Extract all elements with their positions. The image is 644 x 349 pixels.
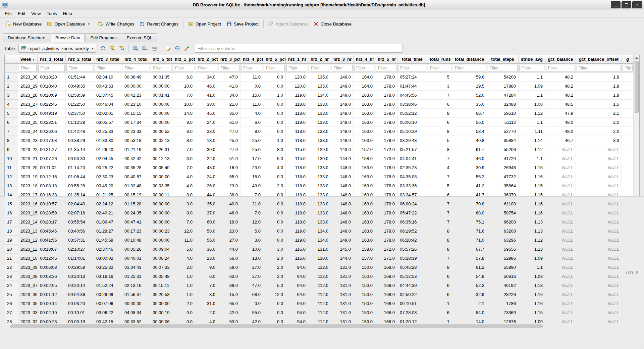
cell[interactable]: 115.0: [286, 145, 308, 154]
cell[interactable]: 01:35:14: [66, 190, 94, 199]
cell[interactable]: 55890: [487, 263, 519, 272]
cell[interactable]: 149.0: [331, 236, 354, 245]
cell[interactable]: 61.0: [218, 118, 240, 127]
cell[interactable]: 11.0: [240, 100, 263, 109]
cell[interactable]: 03:38:46: [397, 100, 427, 109]
cell[interactable]: 0.0: [263, 227, 286, 236]
cell[interactable]: 7: [427, 154, 452, 163]
cell[interactable]: 0.0: [263, 199, 286, 208]
column-header-hrz-3-total[interactable]: hrz_3_total: [94, 55, 122, 64]
cell[interactable]: 2023_27: [18, 100, 38, 109]
cell[interactable]: 1.16: [519, 290, 545, 299]
cell[interactable]: 119.0: [286, 236, 308, 245]
cell[interactable]: 03:40:56: [66, 227, 94, 236]
cell[interactable]: 03:16:16: [94, 272, 122, 281]
cell[interactable]: 2023_08: [18, 272, 38, 281]
cell[interactable]: 48.0: [545, 127, 576, 136]
cell[interactable]: NULL: [576, 181, 622, 190]
filter-any-column-input[interactable]: [195, 44, 403, 53]
cell[interactable]: 48.5: [545, 100, 576, 109]
cell[interactable]: 150.0: [354, 263, 375, 272]
column-header-hrz-4-total[interactable]: hrz_4_total: [122, 55, 150, 64]
cell[interactable]: 163.0: [354, 236, 375, 245]
cell[interactable]: 1.8: [576, 91, 622, 100]
cell[interactable]: 24.0: [195, 118, 218, 127]
column-header-gct-balance-offset[interactable]: gct_balance_offset: [576, 55, 622, 64]
cell[interactable]: 00:55:28: [66, 181, 94, 190]
cell[interactable]: 178.0: [375, 127, 397, 136]
filter-input-gct-balance-offset[interactable]: [577, 65, 621, 71]
cell[interactable]: 150.0: [354, 290, 375, 299]
cell[interactable]: 00:18:20: [38, 72, 66, 82]
cell[interactable]: 150.0: [354, 272, 375, 281]
tab-execute-sql[interactable]: Execute SQL: [122, 33, 157, 42]
cell[interactable]: 00:03:19: [66, 317, 94, 323]
cell[interactable]: 27.0: [218, 236, 240, 245]
cell[interactable]: 04:35:08: [397, 172, 427, 181]
cell[interactable]: 30.0: [195, 145, 218, 154]
cell[interactable]: NULL: [576, 145, 622, 154]
cell[interactable]: 115.0: [286, 154, 308, 163]
cell[interactable]: 112.0: [308, 272, 331, 281]
cell[interactable]: 00:00:00: [150, 217, 172, 227]
cell[interactable]: 41.2: [452, 181, 487, 190]
cell[interactable]: 1.16: [519, 199, 545, 208]
filter-input-hrz-4-total[interactable]: [123, 65, 149, 71]
cell[interactable]: 10.0: [240, 245, 263, 254]
cell[interactable]: 163.0: [354, 127, 375, 136]
cell[interactable]: 00:17:08: [38, 136, 66, 145]
cell[interactable]: 178.0: [375, 91, 397, 100]
cell[interactable]: 8.0: [240, 127, 263, 136]
row-number[interactable]: 4: [5, 100, 18, 109]
cell[interactable]: 00:03:35: [150, 181, 172, 190]
cell[interactable]: 23.0: [195, 254, 218, 263]
cell[interactable]: 00:53:30: [66, 154, 94, 163]
cell[interactable]: 163.0: [354, 190, 375, 199]
cell[interactable]: [622, 245, 634, 254]
cell[interactable]: 02:40:21: [94, 208, 122, 217]
row-number[interactable]: 5: [5, 109, 18, 118]
cell[interactable]: 00:17:34: [122, 118, 150, 127]
cell[interactable]: [622, 208, 634, 217]
cell[interactable]: [622, 136, 634, 145]
cell[interactable]: 131.0: [308, 245, 331, 254]
cell[interactable]: 00:10:57: [38, 199, 66, 208]
cell[interactable]: 1.8: [576, 82, 622, 91]
cell[interactable]: 112.0: [308, 299, 331, 308]
filter-input-hrz-5-hr[interactable]: [376, 65, 396, 71]
cell[interactable]: 1.0: [172, 281, 195, 290]
cell[interactable]: 48.0: [195, 163, 218, 172]
cell[interactable]: 133.0: [308, 100, 331, 109]
cell[interactable]: 6: [427, 290, 452, 299]
cell[interactable]: 6: [427, 272, 452, 281]
cell[interactable]: 2023_25: [18, 118, 38, 127]
cell[interactable]: 59.0: [218, 263, 240, 272]
cell[interactable]: 5: [427, 181, 452, 190]
cell[interactable]: 163.0: [354, 118, 375, 127]
cell[interactable]: 54208: [487, 72, 519, 82]
cell[interactable]: 1.0: [172, 272, 195, 281]
cell[interactable]: NULL: [576, 217, 622, 227]
cell[interactable]: 06:28:42: [397, 236, 427, 245]
filter-input-hrz-1-pct[interactable]: [173, 65, 194, 71]
tab-browse-data[interactable]: Browse Data: [51, 33, 85, 42]
cell[interactable]: 120.0: [286, 82, 308, 91]
cell[interactable]: 39.0: [218, 281, 240, 290]
cell[interactable]: 2.0: [263, 263, 286, 272]
cell[interactable]: 2023_07: [18, 281, 38, 290]
cell[interactable]: 1: [427, 299, 452, 308]
cell[interactable]: NULL: [576, 236, 622, 245]
maximize-button[interactable]: [622, 1, 631, 8]
cell[interactable]: 8.0: [172, 136, 195, 145]
cell[interactable]: 00:02:10: [38, 308, 66, 317]
cell[interactable]: 118.0: [286, 199, 308, 208]
cell[interactable]: 148.0: [331, 118, 354, 127]
column-header-hrz-5-pct[interactable]: hrz_5_pct: [263, 55, 286, 64]
scroll-up-button[interactable]: [634, 55, 639, 60]
row-number[interactable]: 21: [5, 254, 18, 263]
cell[interactable]: 01:06:44: [66, 172, 94, 181]
cell[interactable]: 23.0: [218, 181, 240, 190]
cell[interactable]: 02:24:12: [94, 199, 122, 208]
cell[interactable]: 2023_19: [18, 172, 38, 181]
row-number[interactable]: 24: [5, 281, 18, 290]
